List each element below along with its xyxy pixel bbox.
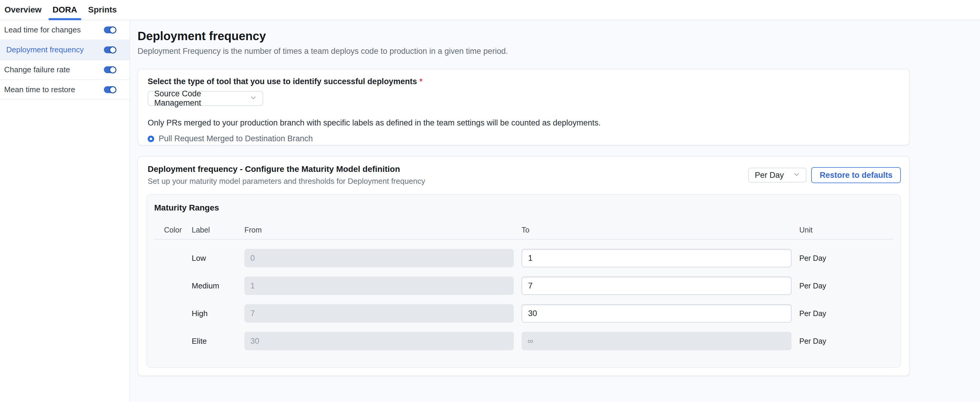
tab-overview[interactable]: Overview xyxy=(5,0,42,20)
maturity-card-titles: Deployment frequency - Configure the Mat… xyxy=(146,165,425,186)
page-title: Deployment frequency xyxy=(138,28,910,44)
elite-from-input xyxy=(244,332,514,350)
column-header-from: From xyxy=(244,226,522,234)
ranges-table-header: Color Label From To Unit xyxy=(154,226,893,240)
change-failure-rate-toggle[interactable] xyxy=(104,66,116,73)
tab-dora[interactable]: DORA xyxy=(53,0,77,20)
tab-sprints[interactable]: Sprints xyxy=(88,0,117,20)
sidebar-item-label: Lead time for changes xyxy=(4,25,81,35)
toggle-knob xyxy=(109,46,116,54)
sidebar-item-deployment-frequency[interactable]: Deployment frequency xyxy=(0,40,129,60)
mean-time-to-restore-toggle[interactable] xyxy=(104,86,116,93)
tool-type-select[interactable]: Source Code Management xyxy=(148,91,263,106)
table-row-medium: Medium Per Day xyxy=(154,277,893,295)
column-header-label: Label xyxy=(192,226,244,234)
maturity-ranges-title: Maturity Ranges xyxy=(154,203,893,213)
sidebar-item-label: Mean time to restore xyxy=(4,85,75,94)
low-to-input[interactable] xyxy=(522,249,792,267)
range-label: Low xyxy=(192,254,244,263)
sidebar-item-label: Change failure rate xyxy=(4,65,70,74)
high-to-input[interactable] xyxy=(522,304,792,323)
restore-to-defaults-button[interactable]: Restore to defaults xyxy=(811,167,901,183)
elite-to-input xyxy=(522,332,792,350)
tool-selection-card: Select the type of tool that you use to … xyxy=(138,69,910,146)
medium-to-input[interactable] xyxy=(522,277,792,295)
deployment-info-text: Only PRs merged to your production branc… xyxy=(148,118,900,128)
sidebar-item-change-failure-rate[interactable]: Change failure rate xyxy=(0,60,129,80)
range-label: Medium xyxy=(192,281,244,291)
table-row-low: Low Per Day xyxy=(154,249,893,267)
maturity-card-title: Deployment frequency - Configure the Mat… xyxy=(146,165,425,174)
chevron-down-icon xyxy=(250,94,257,103)
toggle-knob xyxy=(109,27,116,33)
maturity-card-controls: Per Day Restore to defaults xyxy=(748,167,901,183)
toggle-knob xyxy=(109,86,116,93)
main-panel: Deployment frequency Deployment Frequenc… xyxy=(130,20,980,402)
table-row-high: High Per Day xyxy=(154,304,893,323)
column-header-unit: Unit xyxy=(799,226,893,234)
sidebar-item-mean-time-to-restore[interactable]: Mean time to restore xyxy=(0,80,129,100)
sidebar-item-lead-time[interactable]: Lead time for changes xyxy=(0,20,129,40)
range-unit: Per Day xyxy=(799,309,893,318)
radio-selected-icon[interactable] xyxy=(148,136,154,142)
maturity-ranges-card: Maturity Ranges Color Label From To Unit… xyxy=(146,194,901,368)
column-header-color: Color xyxy=(154,226,192,234)
range-unit: Per Day xyxy=(799,254,893,263)
unit-select[interactable]: Per Day xyxy=(748,168,807,182)
table-row-elite: Elite Per Day xyxy=(154,332,893,350)
tab-bar: Overview DORA Sprints xyxy=(0,0,980,20)
deployment-frequency-toggle[interactable] xyxy=(104,46,116,53)
medium-from-input xyxy=(244,277,514,295)
high-from-input xyxy=(244,304,514,323)
toggle-knob xyxy=(109,66,116,73)
required-asterisk: * xyxy=(420,77,423,86)
range-label: Elite xyxy=(192,337,244,346)
column-header-to: To xyxy=(522,226,799,234)
metrics-sidebar: Lead time for changes Deployment frequen… xyxy=(0,20,130,402)
low-from-input xyxy=(244,249,514,267)
tool-select-label: Select the type of tool that you use to … xyxy=(148,77,900,86)
range-unit: Per Day xyxy=(799,282,893,290)
maturity-model-card: Deployment frequency - Configure the Mat… xyxy=(138,156,910,376)
pr-merged-radio-option[interactable]: Pull Request Merged to Destination Branc… xyxy=(148,134,900,143)
tool-type-select-value: Source Code Management xyxy=(154,89,250,108)
range-label: High xyxy=(192,309,244,318)
lead-time-toggle[interactable] xyxy=(104,27,116,33)
page-description: Deployment Frequency is the number of ti… xyxy=(138,46,910,56)
sidebar-item-label: Deployment frequency xyxy=(4,45,84,54)
radio-option-label: Pull Request Merged to Destination Branc… xyxy=(159,134,313,143)
range-unit: Per Day xyxy=(799,337,893,345)
maturity-card-header: Deployment frequency - Configure the Mat… xyxy=(146,165,901,186)
chevron-down-icon xyxy=(793,171,800,180)
maturity-card-subtitle: Set up your maturity model parameters an… xyxy=(146,177,425,186)
unit-select-value: Per Day xyxy=(755,171,784,180)
